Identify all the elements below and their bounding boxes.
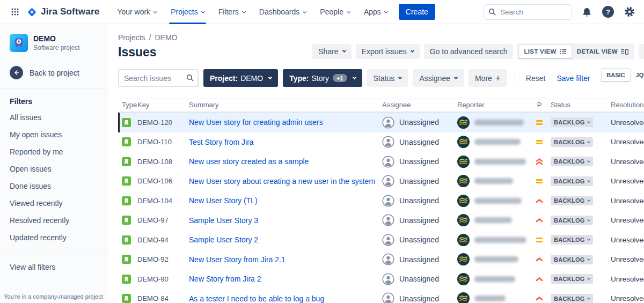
chevron-down-icon [347, 9, 350, 13]
table-row[interactable]: DEMO-92 New User Story from Jira 2.1 Una… [118, 250, 644, 270]
col-type[interactable]: Type [118, 101, 136, 109]
col-reporter[interactable]: Reporter [456, 101, 528, 109]
col-status[interactable]: Status [550, 101, 610, 109]
sidebar-item-done-issues[interactable]: Done issues [0, 178, 107, 195]
resolution-value: Unresolved [610, 197, 644, 205]
priority-icon [528, 277, 550, 282]
nav-your-work[interactable]: Your work [110, 0, 164, 24]
issue-summary-link[interactable]: New User story for creating admin users [189, 118, 323, 127]
share-button[interactable]: Share [312, 44, 351, 59]
nav-filters[interactable]: Filters [211, 0, 252, 24]
settings-gear-icon[interactable] [623, 5, 636, 19]
list-view-toggle[interactable]: LIST VIEW [518, 45, 572, 58]
issue-summary-link[interactable]: Test Story from Jira [189, 138, 254, 146]
table-row[interactable]: DEMO-97 Sample User Story 3 Unassigned [118, 211, 644, 231]
chevron-down-icon [587, 179, 590, 182]
issue-table-header: Type Key Summary Assignee Reporter P Sta… [118, 99, 644, 113]
col-resolution[interactable]: Resolution [610, 101, 644, 109]
status-badge[interactable]: BACKLOG [551, 137, 593, 147]
export-issues-button[interactable]: Export issues [356, 44, 420, 59]
breadcrumb-projects[interactable]: Projects [118, 33, 145, 42]
table-row[interactable]: DEMO-90 New Story from Jira 2 Unassigned [118, 269, 644, 289]
col-assignee[interactable]: Assignee [381, 101, 456, 109]
back-to-project[interactable]: Back to project [0, 66, 107, 79]
sidebar-item-my-open-issues[interactable]: My open issues [0, 126, 107, 143]
chevron-down-icon [153, 9, 157, 13]
issue-summary-link[interactable]: New User Story (TL) [189, 196, 258, 205]
chevron-down-icon [587, 238, 590, 241]
issue-summary-link[interactable]: As a tester I need to be able to log a b… [189, 294, 324, 303]
sidebar-item-open-issues[interactable]: Open issues [0, 160, 107, 178]
col-key[interactable]: Key [136, 101, 188, 109]
reset-link[interactable]: Reset [523, 74, 549, 83]
assignee-filter-button[interactable]: Assignee [413, 69, 464, 87]
jira-logo[interactable]: Jira Software [27, 6, 99, 17]
basic-mode-button[interactable]: BASIC [601, 68, 630, 82]
breadcrumb-demo[interactable]: DEMO [155, 33, 177, 42]
unassigned-avatar-icon [382, 253, 394, 265]
status-badge[interactable]: BACKLOG [551, 176, 593, 186]
sidebar-item-updated-recently[interactable]: Updated recently [0, 229, 107, 246]
detail-view-toggle[interactable]: DETAIL VIEW [572, 45, 633, 58]
nav-projects[interactable]: Projects [164, 0, 211, 24]
table-row[interactable]: DEMO-94 Sample User Story 2 Unassigned [118, 230, 644, 250]
search-icon [186, 73, 194, 82]
save-filter-link[interactable]: Save filter [553, 74, 593, 83]
more-filters-button[interactable]: More+ [469, 69, 507, 87]
status-badge[interactable]: BACKLOG [551, 235, 593, 245]
issue-summary-link[interactable]: New User story about creating a new user… [189, 177, 375, 186]
status-badge[interactable]: BACKLOG [551, 196, 593, 205]
col-priority[interactable]: P [528, 101, 550, 109]
status-badge[interactable]: BACKLOG [551, 216, 593, 225]
issue-summary-link[interactable]: New Story from Jira 2 [189, 275, 261, 283]
status-badge[interactable]: BACKLOG [551, 294, 593, 303]
issue-key: DEMO-108 [136, 158, 188, 166]
unassigned-avatar-icon [382, 234, 394, 246]
resolution-value: Unresolved [610, 275, 644, 283]
table-row[interactable]: DEMO-106 New User story about creating a… [118, 172, 644, 191]
priority-icon [528, 218, 550, 223]
help-icon[interactable]: ? [601, 5, 615, 19]
notifications-icon[interactable] [580, 5, 594, 19]
table-row[interactable]: DEMO-110 Test Story from Jira Unassigned [118, 132, 644, 152]
sidebar-item-all-issues[interactable]: All issues [0, 109, 107, 126]
sidebar-item-view-all-filters[interactable]: View all filters [0, 263, 107, 271]
status-badge[interactable]: BACKLOG [551, 157, 593, 166]
more-options-button[interactable]: ••• [639, 44, 644, 59]
table-row[interactable]: DEMO-120 New User story for creating adm… [118, 113, 644, 132]
sidebar-item-resolved-recently[interactable]: Resolved recently [0, 212, 107, 229]
status-filter-button[interactable]: Status [367, 69, 408, 87]
nav-apps[interactable]: Apps [357, 0, 394, 24]
create-button[interactable]: Create [399, 4, 435, 20]
table-row[interactable]: DEMO-104 New User Story (TL) Unassigned [118, 191, 644, 211]
issue-key: DEMO-120 [136, 119, 188, 127]
nav-dashboards[interactable]: Dashboards [252, 0, 313, 24]
sidebar-item-viewed-recently[interactable]: Viewed recently [0, 195, 107, 212]
status-badge[interactable]: BACKLOG [551, 255, 593, 264]
issue-summary-link[interactable]: New user story created as a sample [189, 157, 309, 166]
type-filter-button[interactable]: Type:Story+1 [283, 69, 362, 87]
view-toggle: LIST VIEW DETAIL VIEW [517, 43, 634, 60]
issue-summary-link[interactable]: Sample User Story 2 [189, 235, 258, 244]
sidebar-item-reported-by-me[interactable]: Reported by me [0, 143, 107, 160]
unassigned-avatar-icon [382, 175, 394, 187]
chevron-down-icon [303, 9, 306, 13]
col-summary[interactable]: Summary [188, 101, 381, 109]
issue-summary-link[interactable]: New User Story from Jira 2.1 [189, 255, 286, 264]
issue-summary-link[interactable]: Sample User Story 3 [189, 216, 258, 225]
table-row[interactable]: DEMO-84 As a tester I need to be able to… [118, 289, 644, 303]
status-badge[interactable]: BACKLOG [551, 117, 593, 127]
app-switcher-icon[interactable] [8, 4, 23, 19]
filter-bar: Project:DEMO Type:Story+1 Status Assigne… [118, 69, 644, 87]
priority-icon [528, 178, 550, 185]
advanced-search-button[interactable]: Go to advanced search [424, 44, 514, 59]
reporter-avatar-icon [457, 292, 470, 303]
reporter-name-blurred [474, 217, 512, 223]
project-filter-button[interactable]: Project:DEMO [203, 69, 278, 87]
story-type-icon [122, 235, 131, 245]
status-badge[interactable]: BACKLOG [551, 274, 593, 284]
table-row[interactable]: DEMO-108 New user story created as a sam… [118, 152, 644, 172]
jql-mode-button[interactable]: JQL [632, 72, 644, 78]
global-search-input[interactable] [484, 4, 572, 20]
nav-people[interactable]: People [313, 0, 357, 24]
